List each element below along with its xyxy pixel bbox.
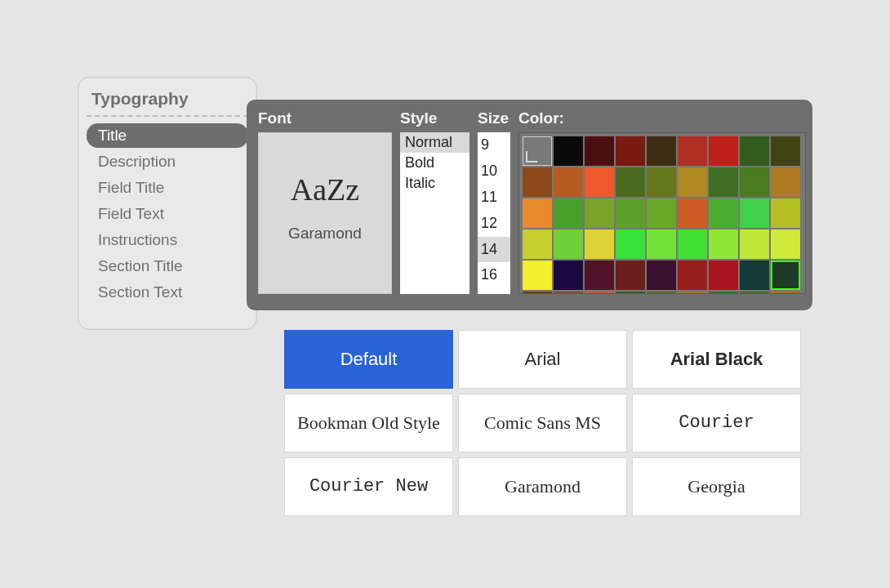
color-swatch[interactable] [709,292,738,294]
color-swatch[interactable] [616,136,645,166]
font-preview-sample: AaZz [291,174,359,205]
font-option-default[interactable]: Default [284,330,453,389]
color-grid [523,136,802,290]
color-swatch[interactable] [554,167,583,197]
color-swatch[interactable] [616,292,645,294]
color-swatch[interactable] [740,261,769,290]
font-option-arial-black[interactable]: Arial Black [632,330,801,389]
style-list[interactable]: NormalBoldItalic [400,132,469,294]
typography-sidebar: Typography TitleDescriptionField TitleFi… [78,77,257,330]
color-label: Color: [518,109,806,127]
sidebar-item-section-text[interactable]: Section Text [87,280,248,305]
color-swatch[interactable] [771,261,800,290]
color-swatch[interactable] [709,167,738,197]
size-column: Size 9101112141618 [478,109,510,301]
color-swatch[interactable] [647,198,676,228]
color-swatch[interactable] [554,261,583,290]
color-swatch[interactable] [554,136,583,166]
color-swatch[interactable] [554,229,583,259]
sidebar-item-description[interactable]: Description [87,149,248,174]
color-swatch[interactable] [678,167,707,197]
color-swatch[interactable] [523,167,552,197]
font-option-garamond[interactable]: Garamond [458,457,627,516]
font-column: Font AaZz Garamond [258,109,392,301]
color-swatch[interactable] [585,261,614,290]
color-swatch[interactable] [554,292,583,294]
color-column: Color: [518,109,806,301]
color-swatch[interactable] [523,292,552,294]
color-swatch[interactable] [647,261,676,290]
color-swatch[interactable] [740,198,769,228]
color-swatch[interactable] [585,198,614,228]
color-swatch[interactable] [740,229,769,259]
color-swatch[interactable] [678,261,707,290]
typography-settings-panel: Font AaZz Garamond Style NormalBoldItali… [247,100,812,310]
font-option-comic-sans-ms[interactable]: Comic Sans MS [458,394,627,452]
color-swatch[interactable] [678,136,707,166]
size-label: Size [478,109,510,127]
font-option-courier-new[interactable]: Courier New [284,457,453,516]
style-option-bold[interactable]: Bold [400,153,469,173]
color-swatch[interactable] [616,167,645,197]
size-list[interactable]: 9101112141618 [478,132,510,294]
color-swatch[interactable] [616,198,645,228]
style-option-italic[interactable]: Italic [400,173,469,194]
sidebar-divider [87,115,248,117]
size-option-9[interactable]: 9 [478,132,510,158]
font-option-bookman-old-style[interactable]: Bookman Old Style [284,394,453,452]
color-swatch[interactable] [740,136,769,166]
color-swatch[interactable] [771,198,800,228]
color-swatch[interactable] [647,229,676,259]
color-swatch[interactable] [585,167,614,197]
color-swatch-none[interactable] [523,136,552,166]
color-swatch[interactable] [616,229,645,259]
color-swatch[interactable] [709,136,738,166]
size-option-16[interactable]: 16 [478,262,510,288]
font-option-georgia[interactable]: Georgia [632,457,801,516]
sidebar-item-field-title[interactable]: Field Title [87,176,248,200]
color-swatch[interactable] [709,261,738,290]
color-swatch[interactable] [523,261,552,290]
color-partial-row [523,292,802,294]
font-chooser-grid: DefaultArialArial BlackBookman Old Style… [284,330,801,516]
color-swatch[interactable] [616,261,645,290]
color-swatch[interactable] [740,167,769,197]
color-swatch[interactable] [647,292,676,294]
size-option-12[interactable]: 12 [478,211,510,237]
color-swatch[interactable] [709,198,738,228]
color-swatch[interactable] [678,198,707,228]
color-swatch[interactable] [678,292,707,294]
color-swatch[interactable] [585,229,614,259]
color-swatch[interactable] [523,198,552,228]
color-swatch[interactable] [771,167,800,197]
sidebar-item-title[interactable]: Title [87,123,248,148]
size-option-11[interactable]: 11 [478,185,510,211]
color-swatch[interactable] [647,136,676,166]
color-swatch[interactable] [585,292,614,294]
sidebar-item-section-title[interactable]: Section Title [87,254,248,278]
color-swatch[interactable] [771,229,800,259]
sidebar-item-field-text[interactable]: Field Text [87,202,248,226]
font-preview-box[interactable]: AaZz Garamond [258,132,392,294]
color-picker [518,132,806,294]
color-swatch[interactable] [523,229,552,259]
style-label: Style [400,109,469,127]
style-option-normal[interactable]: Normal [400,132,469,153]
font-option-arial[interactable]: Arial [458,330,627,389]
color-swatch[interactable] [771,136,800,166]
color-swatch[interactable] [647,167,676,197]
font-option-courier[interactable]: Courier [632,394,801,452]
size-option-14[interactable]: 14 [478,237,510,263]
sidebar-title: Typography [87,89,248,114]
size-option-10[interactable]: 10 [478,158,510,185]
sidebar-item-instructions[interactable]: Instructions [87,228,248,252]
size-option-18[interactable]: 18 [478,288,510,294]
font-label: Font [258,109,392,127]
color-swatch[interactable] [709,229,738,259]
font-preview-name: Garamond [288,225,362,243]
color-swatch[interactable] [585,136,614,166]
color-swatch[interactable] [554,198,583,228]
color-swatch[interactable] [678,229,707,259]
color-swatch[interactable] [740,292,769,294]
color-swatch[interactable] [771,292,800,294]
